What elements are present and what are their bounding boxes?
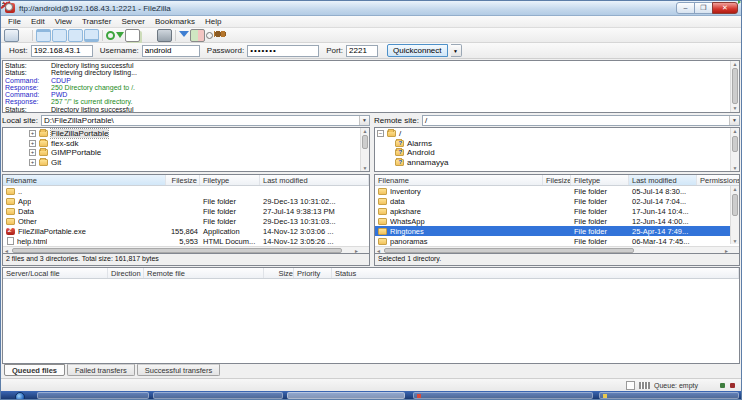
chevron-down-icon[interactable]: ▼ — [729, 116, 739, 125]
local-tree-scrollbar[interactable] — [360, 128, 369, 171]
column-header[interactable]: Filesize — [543, 175, 571, 185]
column-header[interactable]: Filetype — [200, 175, 260, 185]
taskbar-button[interactable] — [413, 392, 593, 399]
menu-item[interactable]: Transfer — [77, 17, 117, 26]
toolbar-separator[interactable] — [100, 29, 105, 42]
cancel-operation-icon[interactable] — [141, 29, 156, 42]
collapse-icon[interactable]: − — [377, 130, 384, 137]
local-site-combo[interactable]: D:\FileZillaPortable\ ▼ — [41, 115, 370, 126]
synchronized-browsing-icon[interactable] — [206, 32, 213, 39]
local-tree-item[interactable]: + flex-sdk — [5, 139, 359, 149]
column-header[interactable]: Filetype — [571, 175, 629, 185]
toggle-queue-icon[interactable] — [84, 29, 99, 42]
site-manager-dropdown-icon[interactable] — [20, 29, 29, 42]
scrollbar-thumb[interactable] — [12, 248, 342, 253]
toggle-message-log-icon[interactable] — [36, 29, 51, 42]
menu-item[interactable]: View — [50, 17, 77, 26]
add-to-queue-icon[interactable] — [125, 29, 140, 42]
apkshare[interactable]: apkshare File folder 17-Jun-14 10:4... — [375, 206, 739, 216]
taskbar-button[interactable] — [599, 392, 739, 399]
compare-directories-icon[interactable] — [190, 29, 205, 42]
column-header[interactable]: Size — [264, 268, 294, 278]
Ringtones[interactable]: Ringtones File folder 25-Apr-14 7:49... — [375, 226, 739, 236]
tab-successful-transfers[interactable]: Successful transfers — [137, 364, 221, 376]
host-input[interactable] — [31, 45, 93, 57]
data[interactable]: data File folder 02-Jul-14 7:04... — [375, 196, 739, 206]
expand-icon[interactable]: + — [29, 159, 36, 166]
Inventory[interactable]: Inventory File folder 05-Jul-14 8:30... — [375, 186, 739, 196]
column-header[interactable]: Last modified — [629, 175, 697, 185]
local-tree-item[interactable]: + Git — [5, 158, 359, 168]
queue-body[interactable] — [3, 279, 739, 363]
menu-item[interactable]: Server — [116, 17, 150, 26]
refresh-icon[interactable] — [106, 31, 115, 40]
menu-item[interactable]: Edit — [26, 17, 50, 26]
remote-tree-item[interactable]: Android — [377, 148, 729, 158]
panoramas[interactable]: panoramas File folder 06-Mar-14 7:45... — [375, 236, 739, 246]
toolbar-separator[interactable] — [173, 29, 178, 42]
quickconnect-button[interactable]: Quickconnect — [387, 44, 447, 57]
Other[interactable]: Other File folder 29-Dec-13 10:31:03... — [3, 216, 369, 226]
scrollbar-thumb[interactable] — [732, 194, 738, 216]
local-tree-item[interactable]: + FileZillaPortable — [5, 129, 359, 139]
minimize-button[interactable]: – — [676, 2, 695, 14]
titlebar[interactable]: ftp://android@192.168.43.1:2221 - FileZi… — [1, 1, 741, 16]
expand-icon[interactable]: + — [29, 130, 36, 137]
WhatsApp[interactable]: WhatsApp File folder 12-Jun-14 4:00... — [375, 216, 739, 226]
close-button[interactable]: ✕ — [712, 2, 738, 14]
column-header[interactable]: Status — [332, 268, 739, 278]
password-input[interactable] — [247, 45, 319, 57]
remote-list-hscrollbar[interactable] — [375, 246, 739, 254]
toggle-local-tree-icon[interactable] — [52, 29, 67, 42]
expand-icon[interactable]: + — [29, 149, 36, 156]
toggle-remote-tree-icon[interactable] — [68, 29, 83, 42]
column-header[interactable]: Priority — [294, 268, 332, 278]
FileZillaPortable.exe[interactable]: FileZillaPortable.exe 155,864 Applicatio… — [3, 226, 369, 236]
local-tree-item[interactable]: + GIMPPortable — [5, 148, 359, 158]
remote-tree-item[interactable]: Alarms — [377, 139, 729, 149]
column-header[interactable]: Filename — [375, 175, 543, 185]
tab-failed-transfers[interactable]: Failed transfers — [67, 364, 135, 376]
scrollbar-thumb[interactable] — [362, 135, 368, 149]
find-files-icon[interactable] — [214, 29, 226, 42]
scrollbar-thumb[interactable] — [732, 136, 738, 152]
menu-item[interactable]: Bookmarks — [150, 17, 200, 26]
column-header[interactable]: Server/Local file — [3, 268, 108, 278]
column-header[interactable]: Filename — [3, 175, 166, 185]
process-queue-icon[interactable] — [116, 32, 124, 42]
menu-item[interactable]: Help — [200, 17, 226, 26]
remote-tree-scrollbar[interactable] — [730, 128, 739, 171]
scrollbar-thumb[interactable] — [732, 68, 738, 104]
column-header[interactable]: Permissions — [697, 175, 740, 185]
remote-tree-item[interactable]: annamayya — [377, 158, 729, 168]
chevron-down-icon[interactable]: ▼ — [359, 116, 369, 125]
port-input[interactable] — [346, 45, 378, 57]
taskbar-button[interactable] — [37, 392, 149, 399]
scrollbar-thumb[interactable] — [384, 248, 634, 253]
username-input[interactable] — [142, 45, 200, 57]
filter-icon[interactable] — [179, 31, 189, 42]
maximize-button[interactable]: ❐ — [694, 2, 713, 14]
column-header[interactable]: Direction — [108, 268, 144, 278]
remote-site-combo[interactable]: / ▼ — [422, 115, 740, 126]
menu-item[interactable]: File — [3, 17, 26, 26]
log-scrollbar[interactable] — [730, 61, 739, 112]
expand-icon[interactable]: + — [29, 140, 36, 147]
remote-list-scrollbar[interactable] — [730, 186, 739, 244]
remote-tree-root[interactable]: − / — [377, 129, 729, 139]
local-list-hscrollbar[interactable] — [3, 246, 369, 254]
disconnect-icon[interactable] — [157, 29, 172, 42]
site-manager-icon[interactable] — [4, 29, 19, 42]
help.html[interactable]: help.html 5,953 HTML Docum... 14-Nov-12 … — [3, 236, 369, 246]
column-header[interactable]: Remote file — [144, 268, 264, 278]
quickconnect-dropdown-button[interactable]: ▼ — [451, 44, 462, 57]
toolbar-separator[interactable] — [30, 29, 35, 42]
..[interactable]: .. — [3, 186, 369, 196]
taskbar-button[interactable] — [153, 392, 283, 399]
start-orb-icon[interactable] — [15, 392, 25, 399]
Data[interactable]: Data File folder 27-Jul-14 9:38:13 PM — [3, 206, 369, 216]
taskbar-button[interactable] — [287, 392, 405, 399]
column-header[interactable]: Filesize — [166, 175, 200, 185]
column-header[interactable]: Last modified — [260, 175, 369, 185]
App[interactable]: App File folder 29-Dec-13 10:31:02... — [3, 196, 369, 206]
